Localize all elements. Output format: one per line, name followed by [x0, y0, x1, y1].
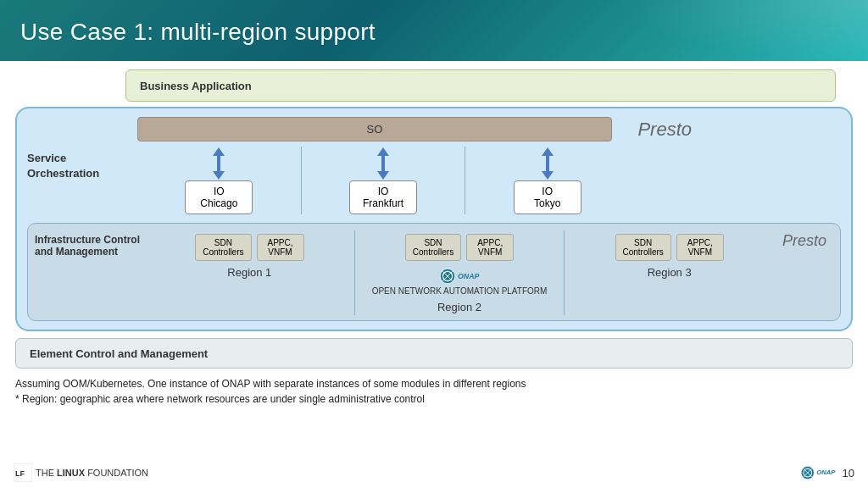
- onap-icon: ONAP: [439, 264, 480, 288]
- io-row: Service Orchestration IO Chicago: [27, 147, 841, 214]
- footer-line1: Assuming OOM/Kubernetes. One instance of…: [15, 376, 853, 391]
- io-label-2: IO: [362, 186, 404, 197]
- svg-text:ONAP: ONAP: [816, 469, 836, 476]
- business-app-box: Business Application: [125, 69, 836, 102]
- region3-name: Region 3: [648, 266, 692, 279]
- presto-infra-label: Presto: [782, 232, 830, 250]
- io-label-1: IO: [198, 186, 240, 197]
- lf-text-linux: LINUX: [57, 468, 85, 478]
- header: Use Case 1: multi-region support: [0, 0, 868, 61]
- region1-controllers: SDN Controllers APPC, VNFM: [195, 234, 303, 261]
- region2-name: Region 2: [437, 301, 481, 313]
- bottom-right: ONAP 10: [800, 459, 854, 486]
- appc-box-r1: APPC, VNFM: [257, 234, 304, 261]
- main-content: Business Application SO Presto Service O…: [0, 61, 868, 374]
- region3-controllers: SDN Controllers APPC, VNFM: [615, 234, 724, 261]
- infra-row: Infrastructure Control and Management SD…: [27, 219, 841, 321]
- io-city-3: Tokyo: [526, 197, 569, 209]
- outer-diagram-box: SO Presto Service Orchestration IO: [15, 107, 853, 331]
- so-row: SO Presto: [27, 117, 841, 141]
- region2-controllers: SDN Controllers APPC, VNFM: [405, 234, 514, 261]
- onap-logo-r2: ONAP: [439, 264, 480, 288]
- element-control-box: Element Control and Management: [15, 338, 853, 369]
- service-orch-label: Service Orchestration: [27, 140, 99, 180]
- footer-text: Assuming OOM/Kubernetes. One instance of…: [0, 374, 868, 407]
- presto-so-label: Presto: [629, 119, 697, 141]
- io-box-frankfurt: IO Frankfurt: [349, 180, 417, 214]
- io-label-3: IO: [526, 186, 569, 197]
- element-control-label: Element Control and Management: [30, 347, 208, 360]
- linux-foundation-logo: LF THE LINUX FOUNDATION: [14, 463, 148, 482]
- io-city-2: Frankfurt: [362, 197, 404, 209]
- svg-text:ONAP: ONAP: [458, 272, 480, 280]
- arrow-region1: [213, 147, 225, 180]
- sdn-box-r1: SDN Controllers: [195, 234, 251, 261]
- lf-text-foundation: FOUNDATION: [87, 468, 148, 478]
- io-city-1: Chicago: [198, 197, 240, 209]
- onap-bottom-icon: ONAP: [800, 459, 836, 486]
- business-app-label: Business Application: [140, 80, 252, 92]
- lf-text-the: THE LINUX FOUNDATION: [36, 468, 148, 478]
- arrow-region2: [377, 147, 389, 180]
- io-box-tokyo: IO Tokyo: [514, 180, 581, 214]
- lf-icon: LF: [14, 463, 32, 482]
- bottom-bar: LF THE LINUX FOUNDATION ONAP 10: [0, 459, 868, 488]
- appc-box-r2: APPC, VNFM: [466, 234, 514, 261]
- footer-line2: * Region: geographic area where network …: [15, 391, 853, 407]
- sdn-box-r2: SDN Controllers: [405, 234, 461, 261]
- onap-subtitle: OPEN NETWORK AUTOMATION PLATFORM: [372, 286, 548, 296]
- sdn-box-r3: SDN Controllers: [615, 234, 671, 261]
- so-bar: SO: [137, 117, 612, 141]
- page-number: 10: [843, 467, 854, 480]
- page-title: Use Case 1: multi-region support: [20, 19, 376, 46]
- io-box-chicago: IO Chicago: [185, 180, 253, 214]
- region1-name: Region 1: [227, 266, 271, 279]
- appc-box-r3: APPC, VNFM: [676, 234, 724, 261]
- svg-text:LF: LF: [15, 469, 25, 478]
- arrow-region3: [542, 147, 554, 180]
- infra-label: Infrastructure Control and Management: [35, 230, 145, 258]
